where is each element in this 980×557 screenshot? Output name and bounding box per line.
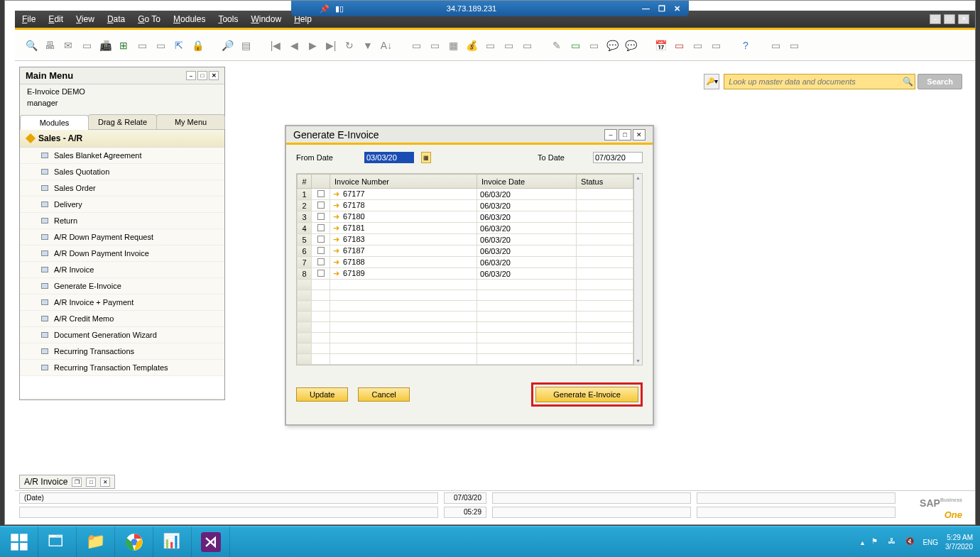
payment-means-icon[interactable]: 💰 (464, 38, 479, 53)
app-minimize-button[interactable]: – (930, 14, 941, 24)
drilldown-icon[interactable]: ➜ (333, 212, 339, 221)
dlg-close-button[interactable]: ✕ (633, 129, 646, 140)
menu-view[interactable]: View (76, 14, 94, 24)
first-record-icon[interactable]: |◀ (268, 38, 283, 53)
tray-clock[interactable]: 5:29 AM 3/7/2020 (945, 533, 973, 551)
min-close-button[interactable]: ✕ (100, 478, 110, 487)
drilldown-icon[interactable]: ➜ (333, 246, 339, 255)
from-date-input[interactable] (364, 152, 414, 163)
grid-row[interactable]: 6➜ 6718706/03/20 (298, 246, 633, 257)
pdf-icon[interactable]: ▭ (153, 38, 168, 53)
tree-item[interactable]: Recurring Transactions (20, 343, 224, 360)
menu-data[interactable]: Data (107, 14, 125, 24)
cancel-button[interactable]: Cancel (358, 387, 409, 402)
row-checkbox[interactable] (317, 258, 325, 265)
chrome-taskbar-icon[interactable] (115, 526, 153, 557)
last-record-icon[interactable]: ▶| (323, 38, 339, 53)
visual-studio-taskbar-icon[interactable] (192, 526, 230, 557)
col-invoice-date[interactable]: Invoice Date (477, 175, 577, 189)
gross-profit-icon[interactable]: ▦ (445, 38, 461, 53)
ar-invoice-minimized[interactable]: A/R Invoice ❐ □ ✕ (19, 475, 115, 489)
col-status[interactable]: Status (577, 175, 633, 189)
dlg-maximize-button[interactable]: □ (619, 129, 631, 140)
sort-icon[interactable]: A↓ (379, 38, 394, 53)
sap-b1-taskbar-icon[interactable]: 📊 (153, 526, 192, 557)
next-record-icon[interactable]: ▶ (305, 38, 320, 53)
form-settings-icon[interactable]: ▭ (567, 38, 583, 53)
lock-icon[interactable]: 🔒 (190, 38, 205, 53)
journal-icon[interactable]: ▭ (501, 38, 516, 53)
to-date-input[interactable] (593, 152, 643, 163)
tree-item[interactable]: Return (20, 213, 224, 229)
start-button[interactable] (0, 526, 38, 557)
col-num[interactable]: # (298, 175, 312, 189)
dlg-minimize-button[interactable]: – (604, 129, 617, 140)
app-close-button[interactable]: ✕ (958, 14, 969, 24)
tray-up-icon[interactable]: ▴ (861, 539, 864, 546)
help-icon[interactable]: ? (738, 38, 753, 53)
target-doc-icon[interactable]: ▭ (427, 38, 442, 53)
tree-item[interactable]: Document Generation Wizard (20, 327, 224, 343)
rdp-restore-icon[interactable]: ❐ (658, 4, 665, 13)
min-restore-down-button[interactable]: ❐ (72, 478, 82, 487)
menu-tools[interactable]: Tools (218, 14, 238, 24)
row-checkbox[interactable] (317, 190, 325, 197)
prev-record-icon[interactable]: ◀ (286, 38, 302, 53)
tree-item[interactable]: A/R Down Payment Request (20, 229, 224, 246)
tree-item[interactable]: Sales Quotation (20, 164, 224, 180)
grid-scrollbar[interactable] (634, 173, 643, 365)
tree-item[interactable]: A/R Down Payment Invoice (20, 246, 224, 262)
preview-icon[interactable]: 🔍 (23, 38, 39, 53)
drilldown-icon[interactable]: ➜ (333, 189, 339, 198)
tab-modules[interactable]: Modules (20, 115, 89, 130)
transaction-icon[interactable]: ▭ (519, 38, 535, 53)
cockpit-icon[interactable]: ▭ (786, 38, 802, 53)
filter-icon[interactable]: ▼ (360, 38, 376, 53)
row-checkbox[interactable] (317, 270, 325, 277)
app-restore-button[interactable]: □ (944, 14, 955, 24)
grid-row[interactable]: 3➜ 6718006/03/20 (298, 211, 633, 223)
mm-maximize-button[interactable]: □ (197, 71, 207, 80)
default-icon[interactable]: ▭ (690, 38, 705, 53)
grid-row[interactable]: 1➜ 6717706/03/20 (298, 189, 633, 200)
drilldown-icon[interactable]: ➜ (333, 258, 339, 266)
rdp-close-icon[interactable]: ✕ (674, 4, 680, 13)
tree-item[interactable]: A/R Invoice + Payment (20, 294, 224, 311)
tree-item[interactable]: A/R Credit Memo (20, 311, 224, 327)
server-manager-taskbar-icon[interactable]: 🗔 (38, 526, 77, 557)
dialog-titlebar[interactable]: Generate E-Invoice – □ ✕ (286, 126, 653, 145)
row-checkbox[interactable] (317, 236, 325, 243)
messages-icon[interactable]: 💬 (604, 38, 620, 53)
tree-item[interactable]: Generate E-Invoice (20, 278, 224, 294)
excel-icon[interactable]: ⊞ (116, 38, 131, 53)
tray-language[interactable]: ENG (922, 539, 938, 546)
calendar-icon[interactable]: 📅 (653, 38, 668, 53)
row-checkbox[interactable] (317, 224, 325, 231)
grid-row[interactable]: 2➜ 6717806/03/20 (298, 200, 633, 211)
pin-icon[interactable]: 📌 (320, 4, 330, 13)
alerts-icon[interactable]: 💬 (623, 38, 638, 53)
print-icon[interactable]: 🖶 (42, 38, 58, 53)
tray-sound-icon[interactable]: 🔇 (905, 537, 915, 547)
fax-icon[interactable]: 📠 (97, 38, 113, 53)
sms-icon[interactable]: ▭ (79, 38, 94, 53)
menu-window[interactable]: Window (251, 14, 281, 24)
add-icon[interactable]: ▤ (238, 38, 254, 53)
drilldown-icon[interactable]: ➜ (333, 269, 339, 277)
branch-icon[interactable]: ▭ (671, 38, 687, 53)
module-tree[interactable]: Sales - A/R Sales Blanket AgreementSales… (20, 130, 224, 398)
layout-icon[interactable]: ✎ (549, 38, 565, 53)
col-checkbox[interactable] (312, 175, 330, 189)
context-icon[interactable]: ▭ (768, 38, 783, 53)
main-menu-titlebar[interactable]: Main Menu – □ ✕ (20, 67, 224, 84)
min-maximize-button[interactable]: □ (86, 478, 96, 487)
grid-row[interactable]: 5➜ 6718306/03/20 (298, 234, 633, 246)
mm-minimize-button[interactable]: – (186, 71, 196, 80)
file-explorer-taskbar-icon[interactable]: 📁 (77, 526, 115, 557)
find-icon[interactable]: 🔎 (219, 38, 235, 53)
tray-flag-icon[interactable]: ⚑ (871, 537, 881, 547)
tree-item[interactable]: Sales Blanket Agreement (20, 148, 224, 164)
menu-goto[interactable]: Go To (138, 14, 160, 24)
update-button[interactable]: Update (296, 387, 348, 402)
drilldown-icon[interactable]: ➜ (333, 201, 339, 209)
